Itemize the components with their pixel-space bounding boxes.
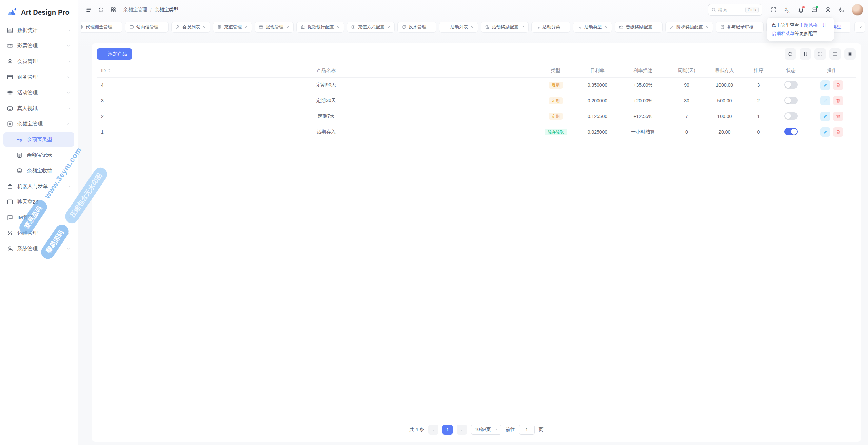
card-icon: [259, 25, 263, 30]
sort-carets-icon[interactable]: [107, 67, 111, 73]
page-size-value: 10条/页: [475, 427, 491, 433]
table-density-button[interactable]: [829, 48, 841, 60]
close-icon[interactable]: [563, 25, 566, 29]
status-toggle[interactable]: [784, 128, 798, 135]
next-page-button[interactable]: [457, 425, 467, 435]
notifications-button[interactable]: [795, 4, 807, 16]
sidebar-item-yuebao[interactable]: 余额宝管理: [3, 117, 74, 131]
current-page-button[interactable]: 1: [442, 425, 453, 435]
delete-button[interactable]: [833, 112, 843, 121]
tab-withdraw[interactable]: 提现管理: [255, 22, 294, 33]
tab-ladder-reward-config[interactable]: 阶梯奖励配置: [665, 22, 713, 33]
close-icon[interactable]: [844, 25, 847, 29]
sidebar-item-members[interactable]: 会员管理: [3, 54, 74, 69]
close-icon[interactable]: [429, 25, 432, 29]
close-icon[interactable]: [604, 25, 608, 29]
dark-mode-button[interactable]: [835, 4, 848, 16]
table-settings-button[interactable]: [844, 48, 856, 60]
delete-button[interactable]: [833, 80, 843, 90]
column-header-rate-desc: 利率描述: [618, 64, 668, 77]
edit-button[interactable]: [820, 112, 830, 121]
sidebar-item-yuebao-type[interactable]: 余额宝类型: [3, 132, 74, 147]
settings-button[interactable]: [822, 4, 834, 16]
close-icon[interactable]: [244, 25, 248, 29]
close-icon[interactable]: [521, 25, 525, 29]
tab-promotion-reward-config[interactable]: 晋级奖励配置: [615, 22, 663, 33]
tab-recharge-method-config[interactable]: 充值方式配置: [347, 22, 395, 33]
close-icon[interactable]: [286, 25, 290, 29]
close-icon[interactable]: [470, 25, 474, 29]
close-icon[interactable]: [756, 25, 760, 29]
tab-recharge[interactable]: 充值管理: [213, 22, 252, 33]
user-avatar[interactable]: [852, 4, 863, 16]
tab-agent-commission[interactable]: 代理佣金管理: [81, 22, 122, 33]
add-product-button[interactable]: 添加产品: [97, 48, 132, 60]
tab-activity-category[interactable]: 活动分类: [531, 22, 570, 33]
refresh-icon: [788, 51, 793, 57]
edit-button[interactable]: [820, 96, 830, 105]
status-toggle[interactable]: [784, 97, 798, 104]
tab-participation-audit[interactable]: 参与记录审核: [716, 22, 764, 33]
tab-member-list[interactable]: 会员列表: [171, 22, 210, 33]
close-icon[interactable]: [387, 25, 391, 29]
apps-grid-button[interactable]: [107, 4, 119, 16]
tabs-scroll-area: 代理佣金管理 站内信管理 会员列表 充值管理 提现管理 提款银行配置 充值方式配…: [81, 22, 850, 33]
app-logo[interactable]: Art Design Pro: [0, 2, 78, 23]
delete-button[interactable]: [833, 127, 843, 137]
table-tools: [785, 48, 856, 60]
edit-button[interactable]: [820, 127, 830, 137]
breadcrumb-parent[interactable]: 余额宝管理: [123, 7, 147, 13]
messages-button[interactable]: [808, 4, 821, 16]
sidebar-item-finance[interactable]: 财务管理: [3, 70, 74, 84]
global-search[interactable]: Ctrl k: [708, 4, 762, 16]
sidebar-item-yuebao-records[interactable]: 余额宝记录: [3, 148, 74, 162]
goto-page-input[interactable]: [519, 425, 535, 435]
sidebar-item-im[interactable]: IM管理: [3, 210, 74, 225]
sidebar-item-activities[interactable]: 活动管理: [3, 85, 74, 100]
status-toggle[interactable]: [784, 81, 798, 89]
close-icon[interactable]: [115, 25, 118, 29]
table-header-row: ID 产品名称 类型 日利率 利率描述 周期(天) 最低存入 排序 状态 操作: [97, 64, 856, 77]
app-title: Art Design Pro: [21, 8, 70, 16]
tab-site-message[interactable]: 站内信管理: [125, 22, 169, 33]
trash-icon: [836, 98, 841, 103]
fullscreen-button[interactable]: [768, 4, 780, 16]
close-icon[interactable]: [655, 25, 658, 29]
sidebar-item-robot-orders[interactable]: 机器人与发单: [3, 179, 74, 193]
refresh-page-button[interactable]: [95, 4, 107, 16]
language-button[interactable]: [781, 4, 793, 16]
tab-label: 活动分类: [542, 24, 560, 30]
tab-activity-type[interactable]: 活动类型: [573, 22, 612, 33]
sidebar-item-data-stats[interactable]: 数据统计: [3, 23, 74, 37]
sidebar-item-chatroom[interactable]: 聊天室28: [3, 195, 74, 209]
theme-style-link[interactable]: 主题风格: [799, 23, 817, 28]
tab-rebate[interactable]: 反水管理: [397, 22, 436, 33]
sidebar-item-system[interactable]: 系统管理: [3, 241, 74, 256]
edit-button[interactable]: [820, 80, 830, 90]
tab-label: 活动类型: [584, 24, 602, 30]
close-icon[interactable]: [336, 25, 340, 29]
close-icon[interactable]: [705, 25, 709, 29]
close-icon[interactable]: [202, 25, 206, 29]
table-fullscreen-button[interactable]: [814, 48, 826, 60]
tabs-overflow-button[interactable]: [854, 22, 865, 33]
search-input[interactable]: [718, 7, 742, 13]
sidebar-item-lottery[interactable]: 彩票管理: [3, 39, 74, 53]
sidebar-item-ops[interactable]: 运维管理: [3, 226, 74, 240]
tab-activity-list[interactable]: 活动列表: [439, 22, 478, 33]
table-refresh-button[interactable]: [785, 48, 796, 60]
column-header-id[interactable]: ID: [97, 64, 117, 77]
tab-withdraw-bank-config[interactable]: 提款银行配置: [296, 22, 344, 33]
tab-activity-reward-config[interactable]: 活动奖励配置: [481, 22, 529, 33]
tab-label: 提款银行配置: [308, 24, 334, 30]
close-icon[interactable]: [161, 25, 164, 29]
prev-page-button[interactable]: [428, 425, 438, 435]
sidebar-item-live-video[interactable]: 真人视讯: [3, 101, 74, 115]
delete-button[interactable]: [833, 96, 843, 105]
yuan-icon: [7, 121, 13, 127]
page-size-select[interactable]: 10条/页: [471, 425, 501, 435]
sidebar-item-yuebao-earnings[interactable]: 余额宝收益: [3, 163, 74, 178]
status-toggle[interactable]: [784, 112, 798, 120]
collapse-sidebar-button[interactable]: [83, 4, 95, 16]
table-sort-button[interactable]: [800, 48, 811, 60]
